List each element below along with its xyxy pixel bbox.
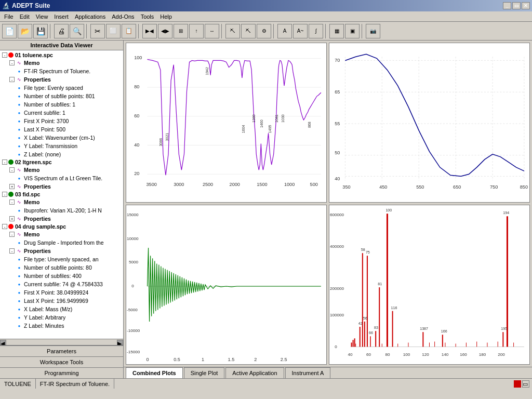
tab-programming[interactable]: Programming xyxy=(0,367,123,378)
toolbar-preview[interactable]: 🔍 xyxy=(70,24,84,38)
toolbar-open[interactable]: 📂 xyxy=(18,24,32,38)
expand-01[interactable]: - xyxy=(2,52,7,58)
maximize-button[interactable]: ▭ xyxy=(512,2,521,9)
tree-item-04-props[interactable]: - ∿ Properties xyxy=(1,247,122,255)
svg-text:10000: 10000 xyxy=(127,236,139,241)
expand-03[interactable]: - xyxy=(2,192,7,197)
menu-addons[interactable]: Add-Ons xyxy=(109,12,137,21)
tree-label-01-memo: Memo xyxy=(24,60,39,66)
leaf-icon: ● xyxy=(16,207,23,214)
toolbar-b14[interactable]: 📷 xyxy=(366,24,380,38)
tree-item-01-memo[interactable]: - ∿ Memo xyxy=(1,59,122,67)
tree-item-02[interactable]: - 02 ltgreen.spc xyxy=(1,158,122,166)
menu-edit[interactable]: Edit xyxy=(17,12,33,21)
expand-02-memo[interactable]: - xyxy=(9,167,15,172)
tree-item-04-memo[interactable]: - ∿ Memo xyxy=(1,230,122,238)
tab-single-plot[interactable]: Single Plot xyxy=(184,367,225,378)
tree-item-02-memo[interactable]: - ∿ Memo xyxy=(1,166,122,174)
toolbar-b11[interactable]: ∫ xyxy=(309,24,323,38)
prop-icon: ● xyxy=(16,305,23,313)
toolbar-copy[interactable]: ⬜ xyxy=(106,24,121,38)
tree-area[interactable]: - 01 toluene.spc - ∿ Memo ● FT-IR Spectr… xyxy=(0,50,123,339)
expand-02[interactable]: - xyxy=(2,159,7,165)
svg-text:70: 70 xyxy=(335,58,340,63)
tab-instrument-a[interactable]: Instrument A xyxy=(285,367,331,378)
prop-icon: ● xyxy=(16,314,23,321)
toolbar-b8[interactable]: ⚙ xyxy=(257,24,271,38)
svg-text:-10000: -10000 xyxy=(127,328,140,333)
tree-label-02-props: Properties xyxy=(24,183,51,190)
minimize-button[interactable]: _ xyxy=(503,2,511,9)
toolbar-b6[interactable]: ⛏ xyxy=(225,24,240,38)
prop-01-5: ● First X Point: 3700 xyxy=(1,117,122,125)
tree-label-04-memo-1: Drug Sample - Imported from the xyxy=(24,240,103,246)
expand-03-props[interactable]: + xyxy=(9,216,15,221)
tree-item-03[interactable]: - 03 fid.spc xyxy=(1,191,122,198)
toolbar-b10[interactable]: A~ xyxy=(293,24,308,38)
tree-item-03-memo[interactable]: - ∿ Memo xyxy=(1,198,122,206)
close-button[interactable]: ✕ xyxy=(522,2,530,9)
toolbar-b3[interactable]: ⊞ xyxy=(174,24,188,38)
toolbar-cut[interactable]: ✂ xyxy=(90,24,105,38)
tab-active-application[interactable]: Active Application xyxy=(225,367,284,378)
prop-label-01-8: Y Label: Transmission xyxy=(24,143,77,149)
prop-icon: ● xyxy=(16,322,23,329)
toolbar-paste[interactable]: 📋 xyxy=(122,24,136,38)
prop-01-1: ● File type: Evenly spaced xyxy=(1,84,122,92)
scroll-left-btn[interactable]: ◀ xyxy=(0,340,6,345)
toolbar-b1[interactable]: ▶◀ xyxy=(142,24,157,38)
expand-01-memo[interactable]: - xyxy=(9,60,15,65)
tree-item-01[interactable]: - 01 toluene.spc xyxy=(1,51,122,59)
tab-parameters[interactable]: Parameters xyxy=(0,345,123,356)
menu-insert[interactable]: Insert xyxy=(51,12,72,21)
tree-item-02-props[interactable]: + ∿ Properties xyxy=(1,182,122,191)
svg-text:-15000: -15000 xyxy=(127,350,140,354)
toolbar-save[interactable]: 💾 xyxy=(33,24,48,38)
toolbar-b13[interactable]: ▣ xyxy=(345,24,360,38)
svg-text:116: 116 xyxy=(391,306,397,310)
prop-icon: ● xyxy=(16,272,23,280)
tab-combined-plots[interactable]: Combined Plots xyxy=(126,367,183,378)
plot-mass-spectrum[interactable]: 600000 400000 200000 100000 0 40 60 80 1… xyxy=(329,205,530,365)
svg-text:1.5: 1.5 xyxy=(228,357,235,362)
expand-04[interactable]: - xyxy=(2,224,7,229)
mass-spectrum-svg: 600000 400000 200000 100000 0 40 60 80 1… xyxy=(329,205,529,364)
menu-help[interactable]: Help xyxy=(157,12,175,21)
tree-item-01-memo-1: ● FT-IR Spectrum of Toluene. xyxy=(1,67,122,75)
expand-04-memo[interactable]: - xyxy=(9,232,15,237)
svg-text:2500: 2500 xyxy=(203,182,213,187)
menu-file[interactable]: File xyxy=(1,12,17,21)
prop-label-01-7: X Label: Wavenumber (cm-1) xyxy=(24,135,95,141)
props-icon-03: ∿ xyxy=(16,215,23,222)
toolbar-b7[interactable]: ⛏ xyxy=(241,24,256,38)
left-panel-scrollbar[interactable]: ◀ ▶ xyxy=(0,339,123,345)
plot-ir-spectrum[interactable]: 100 80 60 40 20 3500 3000 2500 2000 xyxy=(126,43,327,203)
menu-tools[interactable]: Tools xyxy=(138,12,157,21)
tree-item-04[interactable]: - 04 drug sample.spc xyxy=(1,223,122,230)
toolbar-b4[interactable]: ↑ xyxy=(189,24,204,38)
expand-03-memo[interactable]: - xyxy=(9,200,15,205)
toolbar-print[interactable]: 🖨 xyxy=(54,24,69,38)
expand-01-props[interactable]: - xyxy=(9,77,15,82)
svg-text:56: 56 xyxy=(363,316,367,321)
tree-item-03-props[interactable]: + ∿ Properties xyxy=(1,215,122,223)
expand-04-props[interactable]: - xyxy=(9,248,15,254)
expand-02-props[interactable]: + xyxy=(9,184,15,189)
tree-label-03-memo-1: Ibuprofen: Varian XL-200; 1-H N xyxy=(24,207,102,214)
tree-label-02: 02 ltgreen.spc xyxy=(15,159,52,165)
plot-vis-spectrum[interactable]: 70 65 55 50 40 xyxy=(329,43,530,203)
toolbar-new[interactable]: 📄 xyxy=(2,24,17,38)
menu-applications[interactable]: Applications xyxy=(72,12,109,21)
plot-fid[interactable]: 15000 10000 5000 0 -5000 -10000 -15000 0… xyxy=(126,205,327,365)
menu-view[interactable]: View xyxy=(33,12,51,21)
toolbar-b12[interactable]: ▦ xyxy=(329,24,344,38)
svg-text:3086: 3086 xyxy=(159,138,163,147)
toolbar-b5[interactable]: ↔ xyxy=(205,24,219,38)
tree-item-01-props[interactable]: - ∿ Properties xyxy=(1,75,122,84)
bottom-tabs-bar: Combined Plots Single Plot Active Applic… xyxy=(124,367,532,378)
toolbar-b2[interactable]: ◀▶ xyxy=(158,24,172,38)
svg-text:195: 195 xyxy=(501,327,507,331)
tab-workspace[interactable]: Workspace Tools xyxy=(0,356,123,367)
toolbar-b9[interactable]: A xyxy=(277,24,292,38)
scroll-right-btn[interactable]: ▶ xyxy=(117,340,123,345)
